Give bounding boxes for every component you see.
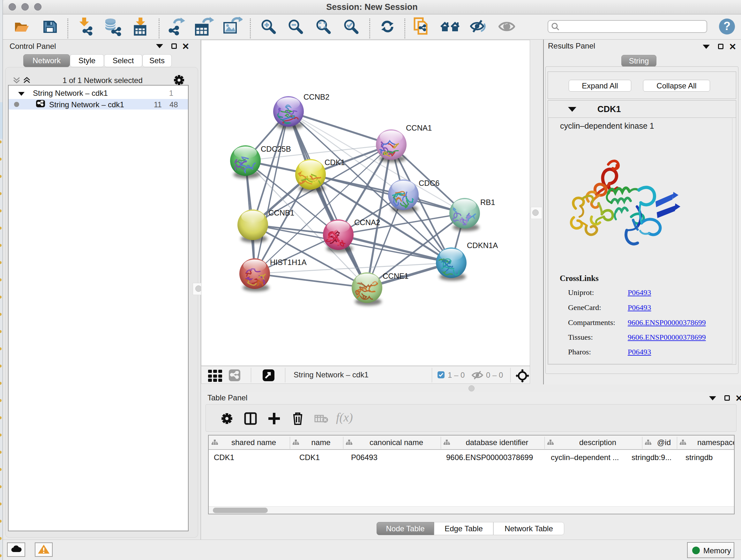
svg-text:CCNA2: CCNA2 — [354, 218, 380, 227]
svg-text:CCNB2: CCNB2 — [304, 92, 329, 101]
svg-text:RB1: RB1 — [480, 198, 495, 206]
svg-text:?: ? — [724, 19, 731, 33]
svg-text:CCNE1: CCNE1 — [383, 272, 408, 280]
svg-text:CDC6: CDC6 — [419, 179, 440, 187]
svg-text:CCNA1: CCNA1 — [406, 124, 432, 132]
svg-text:CDK1: CDK1 — [325, 158, 345, 167]
svg-text:CDKN1A: CDKN1A — [467, 241, 498, 250]
svg-text:CDC25B: CDC25B — [261, 145, 291, 153]
svg-text:HIST1H1A: HIST1H1A — [270, 258, 307, 266]
svg-text:CCNB1: CCNB1 — [268, 208, 294, 217]
